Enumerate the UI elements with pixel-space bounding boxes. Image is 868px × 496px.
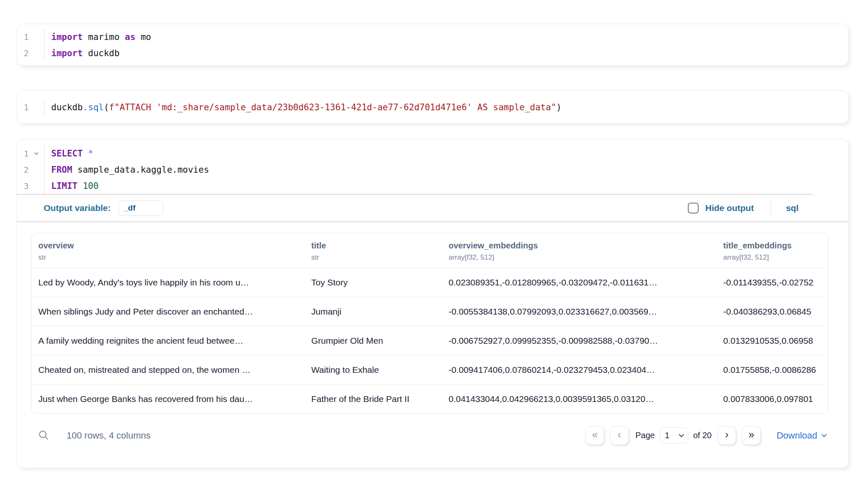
first-page-button[interactable]: « <box>585 426 604 445</box>
table-cell: 0.007833006,0.097801 <box>717 384 828 413</box>
line-number: 2 <box>17 48 29 58</box>
table-cell: -0.0055384138,0.07992093,0.023316627,0.0… <box>442 297 717 326</box>
last-page-icon: » <box>749 429 754 441</box>
code-editor-imports[interactable]: 1import marimo as mo2import duckdb <box>17 29 848 61</box>
table-cell: Just when George Banks has recovered fro… <box>32 384 305 413</box>
column-name: title <box>311 241 435 250</box>
line-number: 3 <box>17 181 29 191</box>
download-label: Download <box>776 430 817 441</box>
table-cell: -0.011439355,-0.02752 <box>717 268 828 297</box>
output-variable-bar: Output variable: _df Hide output sql <box>17 195 848 221</box>
column-type: array[f32, 512] <box>449 253 710 262</box>
page-select-value: 1 <box>665 431 670 440</box>
table-cell: Led by Woody, Andy's toys live happily i… <box>32 268 305 297</box>
cell-attach: 1duckdb.sql(f"ATTACH 'md:_share/sample_d… <box>17 90 849 124</box>
code-text[interactable]: import duckdb <box>45 48 119 58</box>
column-header-overview[interactable]: overviewstr <box>32 233 305 268</box>
code-text[interactable]: FROM sample_data.kaggle.movies <box>45 165 209 175</box>
search-button[interactable] <box>38 429 49 442</box>
code-line[interactable]: 1SELECT * <box>17 145 848 161</box>
table-cell: -0.040386293,0.06845 <box>717 297 828 326</box>
chevron-down-icon <box>679 432 684 437</box>
table-cell: Grumpier Old Men <box>305 326 442 355</box>
first-page-icon: « <box>592 429 598 441</box>
fold-chevron-icon[interactable] <box>29 153 44 154</box>
cell-imports: 1import marimo as mo2import duckdb <box>17 24 849 66</box>
chevron-down-icon <box>821 432 827 437</box>
download-button[interactable]: Download <box>774 430 828 441</box>
table-cell: Waiting to Exhale <box>305 355 442 384</box>
line-gutter: 1 <box>17 29 45 45</box>
code-text[interactable]: import marimo as mo <box>45 32 151 42</box>
hide-output-label[interactable]: Hide output <box>705 203 754 213</box>
code-text[interactable]: LIMIT 100 <box>45 181 99 191</box>
notebook-page: 1import marimo as mo2import duckdb 1duck… <box>0 24 868 468</box>
code-editor-sql[interactable]: 1SELECT *2FROM sample_data.kaggle.movies… <box>17 145 848 194</box>
line-gutter: 2 <box>17 45 45 61</box>
code-line[interactable]: 2FROM sample_data.kaggle.movies <box>17 161 848 178</box>
column-type: str <box>311 253 435 262</box>
table-cell: 0.01755858,-0.0086286 <box>717 355 828 384</box>
language-label[interactable]: sql <box>786 203 799 213</box>
table-cell: -0.009417406,0.07860214,-0.023279453,0.0… <box>442 355 717 384</box>
column-name: overview_embeddings <box>449 241 710 250</box>
cell-output: overviewstrtitlestroverview_embeddingsar… <box>17 222 848 445</box>
line-gutter: 3 <box>17 178 45 194</box>
table-cell: 0.023089351,-0.012809965,-0.03209472,-0.… <box>442 268 717 297</box>
dataframe-table: overviewstrtitlestroverview_embeddingsar… <box>31 233 828 414</box>
code-line[interactable]: 3LIMIT 100 <box>17 178 848 194</box>
table-cell: Jumanji <box>305 297 442 326</box>
line-gutter: 1 <box>17 99 45 115</box>
line-number: 2 <box>17 165 29 175</box>
table-cell: A family wedding reignites the ancient f… <box>32 326 305 355</box>
table-cell: When siblings Judy and Peter discover an… <box>32 297 305 326</box>
next-page-icon: › <box>725 429 728 441</box>
line-number: 1 <box>17 149 29 159</box>
table-footer: 100 rows, 4 columns « ‹ Page 1 of 20 <box>31 426 828 445</box>
code-editor-attach[interactable]: 1duckdb.sql(f"ATTACH 'md:_share/sample_d… <box>17 99 848 115</box>
column-type: array[f32, 512] <box>723 253 821 262</box>
row-count-summary: 100 rows, 4 columns <box>67 430 151 441</box>
page-label: Page <box>635 431 655 440</box>
column-header-title[interactable]: titlestr <box>305 233 442 268</box>
prev-page-button[interactable]: ‹ <box>610 426 629 445</box>
code-line[interactable]: 1import marimo as mo <box>17 29 848 45</box>
code-text[interactable]: duckdb.sql(f"ATTACH 'md:_share/sample_da… <box>45 102 561 112</box>
vertical-divider <box>771 200 771 216</box>
next-page-button[interactable]: › <box>717 426 736 445</box>
table-cell: 0.041433044,0.042966213,0.0039591365,0.0… <box>442 384 717 413</box>
last-page-button[interactable]: » <box>742 426 761 445</box>
table-cell: Cheated on, mistreated and stepped on, t… <box>32 355 305 384</box>
line-gutter: 1 <box>17 145 45 161</box>
column-header-title_embeddings[interactable]: title_embeddingsarray[f32, 512] <box>717 233 828 268</box>
code-line[interactable]: 2import duckdb <box>17 45 848 61</box>
page-select[interactable]: 1 <box>660 427 688 444</box>
column-header-overview_embeddings[interactable]: overview_embeddingsarray[f32, 512] <box>442 233 717 268</box>
line-number: 1 <box>17 32 29 42</box>
output-variable-label: Output variable: <box>44 203 111 213</box>
column-name: title_embeddings <box>723 241 821 250</box>
search-icon <box>38 429 49 442</box>
code-text[interactable]: SELECT * <box>45 149 93 159</box>
cell-sql-query: 1SELECT *2FROM sample_data.kaggle.movies… <box>17 139 849 468</box>
output-variable-value: _df <box>124 203 136 213</box>
line-number: 1 <box>17 102 29 112</box>
hide-output-checkbox[interactable] <box>688 203 699 213</box>
table-cell: 0.0132910535,0.06958 <box>717 326 828 355</box>
page-total-label: of 20 <box>693 431 712 440</box>
line-gutter: 2 <box>17 161 45 178</box>
prev-page-icon: ‹ <box>618 429 621 441</box>
code-line[interactable]: 1duckdb.sql(f"ATTACH 'md:_share/sample_d… <box>17 99 848 115</box>
column-name: overview <box>38 241 298 250</box>
table-cell: Father of the Bride Part II <box>305 384 442 413</box>
output-variable-input[interactable]: _df <box>118 201 163 216</box>
column-type: str <box>38 253 298 262</box>
table-cell: -0.006752927,0.099952355,-0.009982588,-0… <box>442 326 717 355</box>
table-cell: Toy Story <box>305 268 442 297</box>
